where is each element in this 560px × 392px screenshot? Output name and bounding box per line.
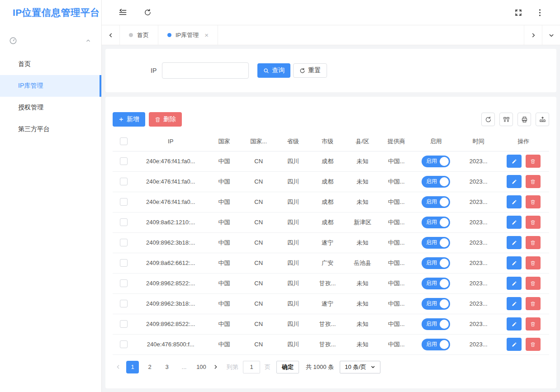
add-button[interactable]: 新增 bbox=[113, 112, 145, 127]
row-checkbox[interactable] bbox=[120, 259, 128, 267]
page-number-button[interactable]: 3 bbox=[161, 361, 173, 373]
sidebar-item-ip-library[interactable]: IP库管理 bbox=[0, 75, 101, 97]
sidebar-menu: 首页 IP库管理 授权管理 第三方平台 bbox=[0, 53, 101, 140]
sidebar-item-home[interactable]: 首页 bbox=[0, 53, 101, 75]
cell-provider: 中国... bbox=[380, 151, 413, 171]
edit-row-button[interactable] bbox=[507, 175, 522, 188]
pencil-icon bbox=[512, 179, 517, 184]
prev-page-button[interactable] bbox=[113, 364, 124, 370]
fullscreen-icon[interactable] bbox=[515, 9, 522, 16]
enable-toggle[interactable]: 启用 bbox=[422, 156, 450, 167]
row-checkbox[interactable] bbox=[120, 279, 128, 287]
delete-row-button[interactable] bbox=[526, 277, 541, 290]
search-panel: IP 查询 重置 bbox=[105, 49, 556, 92]
enable-toggle[interactable]: 启用 bbox=[422, 339, 450, 350]
page-number-button[interactable]: 100 bbox=[195, 361, 208, 373]
delete-button[interactable]: 删除 bbox=[149, 112, 182, 127]
export-button[interactable] bbox=[536, 113, 549, 126]
enable-toggle[interactable]: 启用 bbox=[422, 318, 450, 330]
enable-toggle[interactable]: 启用 bbox=[422, 257, 450, 269]
sidebar-item-label: 授权管理 bbox=[18, 104, 43, 112]
delete-row-button[interactable] bbox=[526, 236, 541, 249]
sidebar-item-third-party[interactable]: 第三方平台 bbox=[0, 118, 101, 140]
query-button[interactable]: 查询 bbox=[257, 63, 290, 78]
menu-group-header[interactable] bbox=[0, 32, 101, 50]
refresh-icon[interactable] bbox=[144, 9, 152, 16]
tab-home[interactable]: 首页 bbox=[120, 25, 158, 45]
cell-county: 未知 bbox=[345, 171, 380, 192]
toggle-knob-icon bbox=[440, 320, 449, 329]
tab-ip-library[interactable]: IP库管理 × bbox=[158, 25, 218, 45]
more-kebab-icon[interactable] bbox=[539, 9, 541, 17]
edit-row-button[interactable] bbox=[507, 297, 522, 310]
delete-row-button[interactable] bbox=[526, 216, 541, 229]
row-checkbox[interactable] bbox=[120, 340, 128, 348]
toggle-knob-icon bbox=[440, 299, 449, 308]
row-checkbox[interactable] bbox=[120, 218, 128, 226]
cell-country: 中国 bbox=[207, 151, 241, 171]
enable-toggle[interactable]: 启用 bbox=[422, 298, 450, 310]
page-size-select[interactable]: 10 条/页 bbox=[340, 361, 380, 373]
row-checkbox[interactable] bbox=[120, 300, 128, 307]
column-header-country-code: 国家... bbox=[242, 132, 276, 151]
column-settings-button[interactable] bbox=[499, 113, 513, 126]
tab-close-icon[interactable]: × bbox=[204, 32, 209, 38]
enable-toggle[interactable]: 启用 bbox=[422, 196, 450, 208]
reset-button[interactable]: 重置 bbox=[293, 63, 327, 78]
delete-row-button[interactable] bbox=[526, 155, 541, 168]
toggle-label: 启用 bbox=[426, 340, 437, 348]
row-checkbox[interactable] bbox=[120, 320, 128, 328]
enable-toggle[interactable]: 启用 bbox=[422, 217, 450, 228]
enable-toggle[interactable]: 启用 bbox=[422, 237, 450, 249]
cell-province: 四川 bbox=[276, 293, 310, 314]
table-refresh-button[interactable] bbox=[481, 113, 495, 126]
edit-row-button[interactable] bbox=[507, 317, 522, 331]
table-row: 2409:8962:3b18:... 中国 CN 四川 遂宁 未知 中国... … bbox=[113, 232, 549, 253]
row-checkbox[interactable] bbox=[120, 178, 128, 185]
tab-label: IP库管理 bbox=[176, 31, 199, 39]
edit-row-button[interactable] bbox=[507, 256, 522, 269]
next-page-button[interactable] bbox=[210, 364, 221, 370]
app-title: IP位置信息管理平台 bbox=[0, 0, 101, 25]
cell-provider: 中国... bbox=[380, 293, 413, 314]
page-ellipsis: ... bbox=[178, 361, 190, 373]
toggle-knob-icon bbox=[440, 218, 449, 227]
delete-row-button[interactable] bbox=[526, 175, 541, 188]
edit-row-button[interactable] bbox=[507, 338, 522, 351]
print-button[interactable] bbox=[517, 113, 531, 126]
menu-fold-icon[interactable] bbox=[119, 8, 127, 17]
enable-toggle[interactable]: 启用 bbox=[422, 278, 450, 289]
page-list: 123...100 bbox=[124, 361, 210, 373]
toggle-knob-icon bbox=[440, 340, 449, 349]
edit-row-button[interactable] bbox=[507, 236, 522, 249]
tabs-menu-dropdown-button[interactable] bbox=[542, 25, 560, 45]
delete-row-button[interactable] bbox=[526, 256, 541, 269]
select-all-checkbox[interactable] bbox=[120, 137, 128, 145]
cell-provider: 中国... bbox=[380, 232, 413, 253]
cell-province: 四川 bbox=[276, 334, 310, 354]
sidebar-item-authorization[interactable]: 授权管理 bbox=[0, 97, 101, 118]
toggle-label: 启用 bbox=[426, 178, 437, 185]
ip-search-input[interactable] bbox=[162, 62, 249, 79]
edit-row-button[interactable] bbox=[507, 216, 522, 229]
page-number-button[interactable]: 2 bbox=[143, 361, 156, 373]
cell-ip: 2409:8a62:6612:... bbox=[134, 253, 207, 273]
tabs-scroll-left-button[interactable] bbox=[102, 25, 120, 45]
goto-page-input[interactable] bbox=[243, 361, 260, 373]
enable-toggle[interactable]: 启用 bbox=[422, 176, 450, 188]
query-button-label: 查询 bbox=[272, 66, 285, 75]
row-checkbox[interactable] bbox=[120, 198, 128, 206]
edit-row-button[interactable] bbox=[507, 277, 522, 290]
column-header-time: 时间 bbox=[459, 132, 498, 151]
row-checkbox[interactable] bbox=[120, 157, 128, 165]
row-checkbox[interactable] bbox=[120, 239, 128, 246]
page-number-button[interactable]: 1 bbox=[126, 361, 139, 373]
edit-row-button[interactable] bbox=[507, 195, 522, 208]
tabs-scroll-right-button[interactable] bbox=[524, 25, 542, 45]
delete-row-button[interactable] bbox=[526, 338, 541, 351]
delete-row-button[interactable] bbox=[526, 317, 541, 331]
goto-confirm-button[interactable]: 确定 bbox=[276, 361, 299, 373]
delete-row-button[interactable] bbox=[526, 195, 541, 208]
delete-row-button[interactable] bbox=[526, 297, 541, 310]
edit-row-button[interactable] bbox=[507, 155, 522, 168]
